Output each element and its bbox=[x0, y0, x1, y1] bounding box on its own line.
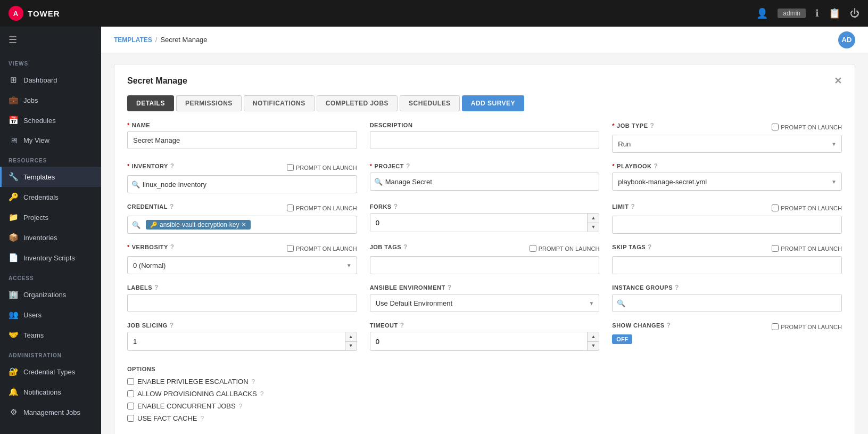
labels-help-icon[interactable]: ? bbox=[154, 284, 159, 291]
tab-schedules[interactable]: SCHEDULES bbox=[400, 95, 460, 111]
notifications-icon: 🔔 bbox=[9, 387, 18, 397]
option-concurrent-jobs: ENABLE CONCURRENT JOBS ? bbox=[127, 402, 842, 410]
show-changes-prompt-check[interactable]: PROMPT ON LAUNCH bbox=[772, 323, 842, 330]
user-icon[interactable]: 👤 bbox=[756, 7, 768, 19]
user-avatar[interactable]: AD bbox=[838, 31, 855, 48]
forks-increment[interactable]: ▲ bbox=[588, 214, 599, 223]
sidebar-item-myview[interactable]: 🖥 My View bbox=[0, 130, 101, 150]
concurrent-jobs-checkbox[interactable] bbox=[127, 403, 134, 410]
forks-help-icon[interactable]: ? bbox=[394, 203, 398, 210]
limit-prompt-check[interactable]: PROMPT ON LAUNCH bbox=[772, 204, 842, 211]
fact-cache-checkbox[interactable] bbox=[127, 415, 134, 422]
tab-bar: DETAILS PERMISSIONS NOTIFICATIONS COMPLE… bbox=[127, 95, 842, 111]
privilege-escalation-checkbox[interactable] bbox=[127, 378, 134, 385]
sidebar-item-projects[interactable]: 📁 Projects bbox=[0, 207, 101, 227]
breadcrumb-templates-link[interactable]: TEMPLATES bbox=[114, 36, 152, 44]
job-slicing-increment[interactable]: ▲ bbox=[345, 332, 357, 342]
job-slicing-input[interactable] bbox=[128, 332, 345, 350]
fact-cache-help-icon[interactable]: ? bbox=[200, 415, 204, 422]
sidebar-item-management-jobs[interactable]: ⚙ Management Jobs bbox=[0, 402, 101, 422]
show-changes-help-icon[interactable]: ? bbox=[667, 322, 671, 329]
sidebar-item-users[interactable]: 👥 Users bbox=[0, 305, 101, 325]
sidebar-item-jobs[interactable]: 💼 Jobs bbox=[0, 90, 101, 110]
hamburger-menu[interactable]: ☰ bbox=[0, 27, 101, 53]
job-slicing-decrement[interactable]: ▼ bbox=[345, 342, 357, 351]
sidebar-item-schedules[interactable]: 📅 Schedules bbox=[0, 110, 101, 130]
topbar-right: 👤 admin ℹ 📋 ⏻ bbox=[756, 7, 859, 19]
job-type-help-icon[interactable]: ? bbox=[650, 122, 655, 129]
instance-groups-input[interactable] bbox=[630, 294, 841, 312]
job-slicing-label: JOB SLICING ? bbox=[127, 322, 357, 329]
projects-icon: 📁 bbox=[9, 212, 18, 222]
playbook-help-icon[interactable]: ? bbox=[654, 162, 658, 170]
description-input[interactable] bbox=[370, 131, 600, 149]
info-icon[interactable]: ℹ bbox=[815, 7, 819, 19]
verbosity-help-icon[interactable]: ? bbox=[170, 243, 175, 251]
show-changes-toggle[interactable]: OFF bbox=[612, 334, 632, 344]
labels-input[interactable] bbox=[127, 294, 357, 312]
limit-label: LIMIT ? bbox=[612, 203, 635, 210]
name-input[interactable] bbox=[127, 131, 357, 149]
forks-decrement[interactable]: ▼ bbox=[588, 223, 599, 232]
close-button[interactable]: ✕ bbox=[834, 75, 842, 87]
timeout-input[interactable] bbox=[370, 332, 588, 350]
inventory-prompt-check[interactable]: PROMPT ON LAUNCH bbox=[287, 164, 357, 171]
job-type-select[interactable]: Run Check bbox=[612, 135, 842, 153]
job-tags-input[interactable] bbox=[370, 256, 600, 274]
skip-tags-prompt-check[interactable]: PROMPT ON LAUNCH bbox=[772, 245, 842, 252]
sidebar-item-credentials[interactable]: 🔑 Credentials bbox=[0, 187, 101, 207]
sidebar-item-credential-types[interactable]: 🔐 Credential Types bbox=[0, 362, 101, 382]
project-help-icon[interactable]: ? bbox=[406, 162, 410, 170]
job-tags-prompt-check[interactable]: PROMPT ON LAUNCH bbox=[530, 245, 600, 252]
skip-tags-input[interactable] bbox=[612, 256, 842, 274]
forks-input[interactable] bbox=[370, 214, 588, 232]
sidebar-item-templates[interactable]: 🔧 Templates bbox=[0, 167, 101, 187]
sidebar-item-teams[interactable]: 🤝 Teams bbox=[0, 325, 101, 345]
credential-tag-remove[interactable]: ✕ bbox=[241, 221, 246, 228]
instance-groups-help-icon[interactable]: ? bbox=[675, 284, 679, 291]
job-type-prompt-check[interactable]: PROMPT ON LAUNCH bbox=[772, 124, 842, 130]
provisioning-callbacks-checkbox[interactable] bbox=[127, 390, 134, 397]
credential-help-icon[interactable]: ? bbox=[170, 203, 174, 210]
sidebar-item-label: Notifications bbox=[23, 388, 61, 396]
verbosity-select[interactable]: 0 (Normal) 1 (Verbose) 2 (More Verbose) … bbox=[127, 256, 357, 274]
timeout-increment[interactable]: ▲ bbox=[588, 332, 599, 342]
job-slicing-help-icon[interactable]: ? bbox=[170, 322, 174, 329]
sidebar-item-inventories[interactable]: 📦 Inventories bbox=[0, 227, 101, 248]
sidebar-item-notifications[interactable]: 🔔 Notifications bbox=[0, 382, 101, 402]
power-icon[interactable]: ⏻ bbox=[850, 8, 859, 19]
tab-add-survey[interactable]: ADD SURVEY bbox=[462, 95, 524, 111]
inventory-label: * INVENTORY ? bbox=[127, 162, 175, 170]
provisioning-callbacks-help-icon[interactable]: ? bbox=[260, 390, 264, 398]
skip-tags-help-icon[interactable]: ? bbox=[648, 243, 652, 251]
verbosity-prompt-check[interactable]: PROMPT ON LAUNCH bbox=[287, 245, 357, 252]
credential-label: CREDENTIAL ? bbox=[127, 203, 174, 210]
sidebar-item-dashboard[interactable]: ⊞ Dashboard bbox=[0, 70, 101, 90]
tab-permissions[interactable]: PERMISSIONS bbox=[176, 95, 242, 111]
timeout-help-icon[interactable]: ? bbox=[400, 322, 404, 329]
credential-input-wrapper[interactable]: 🔍 🔑 ansible-vault-decryption-key ✕ bbox=[127, 216, 357, 234]
limit-help-icon[interactable]: ? bbox=[631, 203, 635, 210]
timeout-decrement[interactable]: ▼ bbox=[588, 342, 599, 351]
main-content: TEMPLATES / Secret Manage AD Secret Mana… bbox=[101, 27, 868, 434]
sidebar-item-inventory-scripts[interactable]: 📄 Inventory Scripts bbox=[0, 248, 101, 268]
credential-prompt-check[interactable]: PROMPT ON LAUNCH bbox=[287, 204, 357, 211]
labels-group: LABELS ? bbox=[127, 284, 357, 312]
playbook-select[interactable]: playbook-manage-secret.yml bbox=[612, 173, 842, 191]
privilege-escalation-help-icon[interactable]: ? bbox=[252, 378, 255, 386]
tab-notifications[interactable]: NOTIFICATIONS bbox=[244, 95, 315, 111]
breadcrumb-separator: / bbox=[155, 36, 158, 44]
username-display[interactable]: admin bbox=[778, 9, 806, 18]
ansible-env-select[interactable]: Use Default Environment bbox=[370, 294, 600, 312]
inventory-help-icon[interactable]: ? bbox=[170, 162, 175, 170]
job-tags-help-icon[interactable]: ? bbox=[403, 243, 408, 251]
concurrent-jobs-help-icon[interactable]: ? bbox=[239, 403, 243, 410]
docs-icon[interactable]: 📋 bbox=[829, 7, 840, 19]
sidebar-item-organizations[interactable]: 🏢 Organizations bbox=[0, 284, 101, 305]
tab-details[interactable]: DETAILS bbox=[127, 95, 174, 111]
tab-completed-jobs[interactable]: COMPLETED JOBS bbox=[317, 95, 398, 111]
project-input[interactable] bbox=[370, 173, 600, 191]
limit-input[interactable] bbox=[612, 216, 842, 234]
inventory-input[interactable] bbox=[127, 175, 357, 193]
ansible-env-help-icon[interactable]: ? bbox=[448, 284, 452, 291]
